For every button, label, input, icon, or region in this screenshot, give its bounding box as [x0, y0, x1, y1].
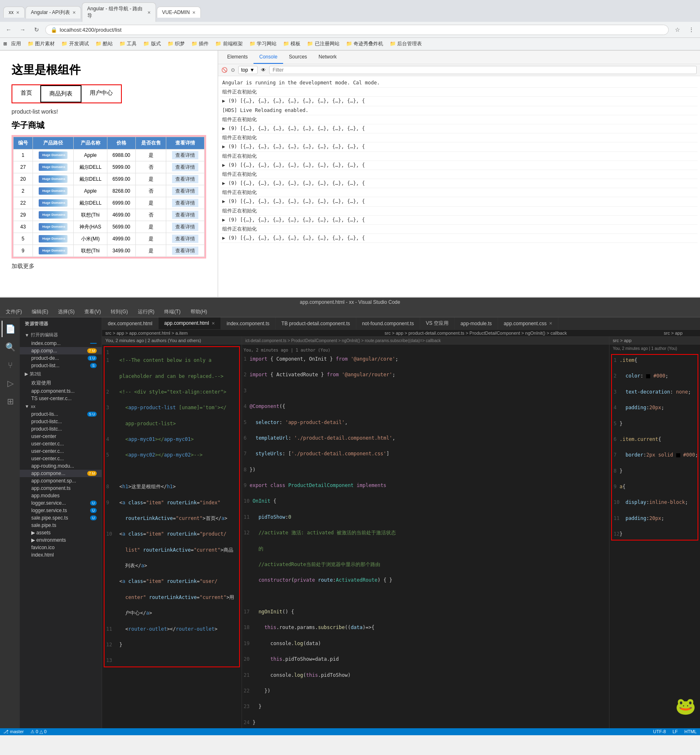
- bookmark-icon[interactable]: ☆: [672, 24, 683, 35]
- sidebar-file-favicon[interactable]: favicon.ico: [20, 544, 102, 551]
- bookmark-learning[interactable]: 📁 学习网站: [247, 40, 279, 48]
- devtools-tab-console[interactable]: Console: [253, 51, 283, 64]
- detail-link[interactable]: 查看详情: [172, 175, 198, 183]
- editor-tab-not-found[interactable]: not-found.component.ts: [356, 317, 420, 329]
- cell-detail[interactable]: 查看详情: [166, 185, 205, 197]
- sidebar-file-logger1[interactable]: logger.service...U: [20, 499, 102, 507]
- menu-run[interactable]: 运行(R): [135, 308, 157, 316]
- address-bar[interactable]: 🔒 localhost:4200/product/list: [45, 25, 669, 35]
- editor-tab-dex[interactable]: dex.component.html: [102, 317, 158, 329]
- editor-tab-app-css[interactable]: app.component.css ✕: [498, 317, 558, 329]
- cell-detail[interactable]: 查看详情: [166, 221, 205, 233]
- menu-select[interactable]: 选择(S): [56, 308, 77, 316]
- sidebar-file-uc2[interactable]: user-center.c...: [20, 440, 102, 447]
- bookmark-apps[interactable]: 应用: [9, 40, 23, 48]
- sidebar-file-app-ts2[interactable]: app.component.ts: [20, 485, 102, 492]
- cell-detail[interactable]: 查看详情: [166, 149, 205, 161]
- refresh-button[interactable]: ↻: [31, 24, 42, 35]
- editor-tab-app-module[interactable]: app-module.ts: [455, 317, 498, 329]
- bookmark-admin[interactable]: 📁 后台管理表: [387, 40, 424, 48]
- sidebar-file-sale-pipe[interactable]: sale.pipe.ts: [20, 522, 102, 529]
- menu-terminal[interactable]: 终端(T): [162, 308, 183, 316]
- menu-file[interactable]: 文件(F): [3, 308, 24, 316]
- sidebar-file-index-html[interactable]: index.html: [20, 551, 102, 559]
- close-icon[interactable]: ✕: [72, 10, 76, 15]
- bookmark-devtools[interactable]: 📁 开发调试: [59, 40, 91, 48]
- detail-link[interactable]: 查看详情: [172, 187, 198, 195]
- sidebar-file-product-list[interactable]: product-list... S: [20, 362, 102, 369]
- editor-tab-product-detail[interactable]: TB product-detail.component.ts: [276, 317, 356, 329]
- debug-icon[interactable]: ▷: [2, 375, 18, 391]
- menu-view[interactable]: 查看(V): [82, 308, 103, 316]
- menu-edit[interactable]: 编辑(E): [29, 308, 51, 316]
- nav-tab-user[interactable]: 用户中心: [81, 85, 121, 103]
- sidebar-file-uc4[interactable]: user-center.c...: [20, 455, 102, 462]
- filter-input[interactable]: [273, 67, 693, 73]
- tab-xx[interactable]: xx ✕: [3, 7, 25, 18]
- editor-tab-vs[interactable]: VS 空应用: [420, 317, 455, 329]
- detail-link[interactable]: 查看详情: [172, 151, 198, 159]
- bookmark-tools[interactable]: 📁 工具: [117, 40, 139, 48]
- bookmark-frontend[interactable]: 📁 前端框架: [213, 40, 245, 48]
- eye-icon[interactable]: 👁: [261, 67, 266, 73]
- sidebar-file-pl3[interactable]: product-listc...: [20, 425, 102, 433]
- sidebar-file-app-component[interactable]: app.comp... 7 M: [20, 347, 102, 354]
- sidebar-file-app-component-html[interactable]: app.compone...7 M: [20, 470, 102, 477]
- context-selector[interactable]: top ▼: [238, 66, 258, 74]
- detail-link[interactable]: 查看详情: [172, 211, 198, 219]
- explorer-icon[interactable]: 📄: [2, 321, 18, 337]
- cell-detail[interactable]: 查看详情: [166, 161, 205, 173]
- cell-detail[interactable]: 查看详情: [166, 173, 205, 185]
- bookmark-magic[interactable]: 📁 奇迹秀叠炸机: [344, 40, 386, 48]
- sidebar-file-pl2[interactable]: product-listc...: [20, 418, 102, 425]
- sidebar-section-open-editors[interactable]: ▼ 打开的编辑器: [20, 330, 102, 340]
- sidebar-file-assets[interactable]: ▶ assets: [20, 529, 102, 536]
- bookmark-cool[interactable]: 📁 酷站: [93, 40, 115, 48]
- close-icon[interactable]: ✕: [212, 321, 215, 326]
- editor-tab-index[interactable]: index.component.ts: [221, 317, 276, 329]
- sidebar-file-app-modules[interactable]: app.modules: [20, 492, 102, 499]
- menu-help[interactable]: 帮助(H): [188, 308, 210, 316]
- editor-tab-app-component[interactable]: app.component.html ✕: [158, 317, 221, 329]
- nav-tab-products[interactable]: 商品列表: [40, 85, 81, 103]
- bookmark-plugins[interactable]: 📁 插件: [189, 40, 211, 48]
- sidebar-file-product-detail[interactable]: product-de... 1 U: [20, 354, 102, 362]
- devtools-tab-network[interactable]: Network: [313, 51, 342, 64]
- nav-tab-home[interactable]: 首页: [12, 85, 40, 103]
- detail-link[interactable]: 查看详情: [172, 223, 198, 231]
- devtools-tab-sources[interactable]: Sources: [283, 51, 313, 64]
- close-icon[interactable]: ✕: [549, 321, 552, 326]
- sidebar-file-environments[interactable]: ▶ environments: [20, 536, 102, 544]
- sidebar-file-logger2[interactable]: logger.service.tsU: [20, 507, 102, 514]
- back-button[interactable]: ←: [3, 24, 14, 35]
- filter-icon[interactable]: ⊙: [231, 67, 235, 73]
- tab-angular-api[interactable]: Angular - API列表 ✕: [26, 6, 81, 19]
- extensions-icon[interactable]: ⊞: [2, 393, 18, 410]
- close-icon[interactable]: ✕: [192, 10, 195, 15]
- sidebar-file-uc3[interactable]: user-center.c...: [20, 447, 102, 455]
- close-icon[interactable]: ✕: [147, 10, 151, 15]
- tab-angular-router[interactable]: Angular - 组件导航 - 路由导 ✕: [82, 2, 156, 22]
- bookmark-layout[interactable]: 📁 版式: [141, 40, 163, 48]
- load-more-button[interactable]: 加载更多: [12, 263, 206, 270]
- bookmark-templates[interactable]: 📁 模板: [281, 40, 303, 48]
- cell-detail[interactable]: 查看详情: [166, 245, 205, 257]
- sidebar-file-app-ts[interactable]: app.component.ts...: [20, 387, 102, 395]
- cell-detail[interactable]: 查看详情: [166, 197, 205, 209]
- search-icon[interactable]: 🔍: [2, 339, 18, 355]
- menu-goto[interactable]: 转到(G): [108, 308, 130, 316]
- bookmark-images[interactable]: 📁 图片素材: [25, 40, 57, 48]
- sidebar-file-routing[interactable]: app-routing.modu...: [20, 462, 102, 470]
- sidebar-file-app-spec[interactable]: app.component.sp...: [20, 477, 102, 485]
- sidebar-file-index[interactable]: index.comp...: [20, 340, 102, 347]
- close-icon[interactable]: ✕: [16, 10, 19, 15]
- forward-button[interactable]: →: [17, 24, 28, 35]
- detail-link[interactable]: 查看详情: [172, 199, 198, 207]
- sidebar-section-xx[interactable]: ▼ xx: [20, 402, 102, 410]
- sidebar-file-welcome[interactable]: 欢迎使用: [20, 379, 102, 387]
- clear-console-icon[interactable]: 🚫: [221, 67, 228, 73]
- detail-link[interactable]: 查看详情: [172, 163, 198, 171]
- sidebar-file-pl1[interactable]: product-lis...S U: [20, 410, 102, 418]
- detail-link[interactable]: 查看详情: [172, 247, 198, 255]
- git-icon[interactable]: ⑂: [2, 357, 18, 373]
